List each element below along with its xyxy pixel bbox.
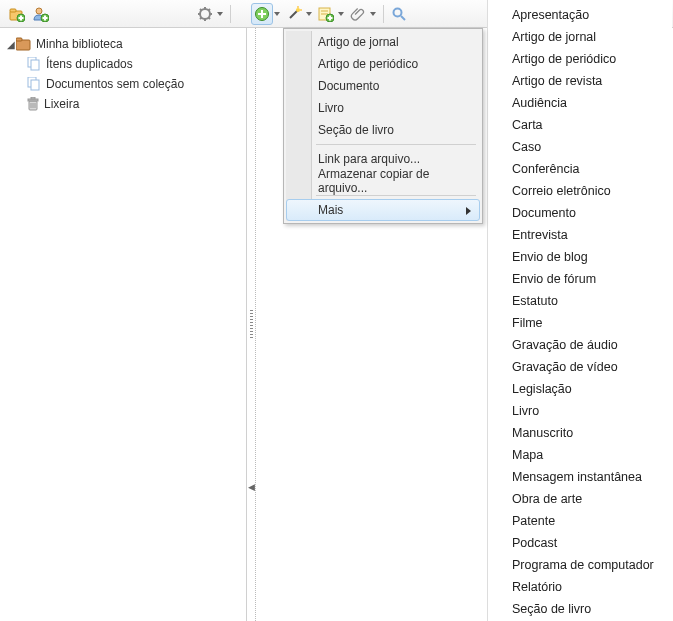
submenu-item[interactable]: Artigo de revista: [488, 70, 672, 92]
submenu-item[interactable]: Artigo de jornal: [488, 26, 672, 48]
submenu-item[interactable]: Mapa: [488, 444, 672, 466]
submenu-item[interactable]: Seção de livro: [488, 598, 672, 620]
menu-item-label: Artigo de periódico: [318, 57, 418, 71]
svg-point-5: [36, 8, 42, 14]
new-note-button[interactable]: [315, 3, 337, 25]
svg-rect-4: [19, 17, 24, 19]
submenu-item[interactable]: Podcast: [488, 532, 672, 554]
menu-item[interactable]: Artigo de jornal: [286, 31, 480, 53]
sidebar-item-trash[interactable]: Lixeira: [0, 94, 246, 114]
menu-item[interactable]: Documento: [286, 75, 480, 97]
submenu-item[interactable]: Conferência: [488, 158, 672, 180]
sidebar-item-label: Documentos sem coleção: [46, 77, 184, 91]
unfiled-icon: [26, 77, 42, 91]
menu-item-label: Armazenar copiar de arquivo...: [318, 167, 472, 195]
library-label: Minha biblioteca: [36, 37, 123, 51]
library-icon: [16, 37, 32, 51]
svg-point-31: [394, 8, 402, 16]
submenu-item[interactable]: Carta: [488, 114, 672, 136]
submenu-item[interactable]: Audiência: [488, 92, 672, 114]
submenu-item[interactable]: Apresentação: [488, 4, 672, 26]
menu-item-label: Seção de livro: [318, 123, 394, 137]
submenu-item[interactable]: Artigo de periódico: [488, 48, 672, 70]
sidebar-item-label: Lixeira: [44, 97, 79, 111]
menu-item-label: Link para arquivo...: [318, 152, 420, 166]
submenu-item[interactable]: Obra de arte: [488, 488, 672, 510]
menu-item[interactable]: Livro: [286, 97, 480, 119]
menu-item-label: Documento: [318, 79, 379, 93]
new-collection-button[interactable]: [6, 3, 28, 25]
chevron-right-icon: [466, 207, 471, 215]
submenu-item[interactable]: Livro: [488, 400, 672, 422]
submenu-item[interactable]: Programa de computador: [488, 554, 672, 576]
submenu-item[interactable]: Correio eletrônico: [488, 180, 672, 202]
new-item-menu: Artigo de jornal Artigo de periódico Doc…: [283, 28, 483, 224]
collections-sidebar: ◢ Minha biblioteca Ítens duplicados Docu…: [0, 28, 247, 621]
svg-rect-8: [43, 17, 48, 19]
submenu-item[interactable]: Manuscrito: [488, 422, 672, 444]
submenu-item[interactable]: Caso: [488, 136, 672, 158]
sidebar-item-duplicates[interactable]: Ítens duplicados: [0, 54, 246, 74]
more-submenu: ApresentaçãoArtigo de jornalArtigo de pe…: [487, 0, 672, 621]
library-row[interactable]: ◢ Minha biblioteca: [0, 34, 246, 54]
sidebar-item-label: Ítens duplicados: [46, 57, 133, 71]
svg-rect-41: [31, 97, 35, 99]
menu-item[interactable]: Armazenar copiar de arquivo...: [286, 170, 480, 192]
splitter[interactable]: ◀: [247, 28, 256, 621]
wand-button[interactable]: [283, 3, 305, 25]
sidebar-item-unfiled[interactable]: Documentos sem coleção: [0, 74, 246, 94]
actions-button[interactable]: [194, 3, 216, 25]
menu-item[interactable]: Artigo de periódico: [286, 53, 480, 75]
new-group-button[interactable]: [30, 3, 52, 25]
submenu-item[interactable]: Legislação: [488, 378, 672, 400]
svg-line-17: [209, 9, 211, 11]
new-item-button[interactable]: [251, 3, 273, 25]
svg-rect-34: [16, 38, 22, 41]
advanced-search-button[interactable]: [388, 3, 410, 25]
actions-dropdown-arrow[interactable]: [216, 12, 224, 16]
splitter-arrow-icon: ◀: [248, 482, 255, 492]
menu-separator: [286, 192, 480, 199]
submenu-item[interactable]: Entrevista: [488, 224, 672, 246]
svg-line-14: [200, 9, 202, 11]
svg-rect-1: [10, 9, 16, 12]
submenu-item[interactable]: Mensagem instantânea: [488, 466, 672, 488]
svg-line-16: [200, 17, 202, 19]
submenu-item[interactable]: Gravação de áudio: [488, 334, 672, 356]
svg-line-15: [209, 17, 211, 19]
menu-item-label: Artigo de jornal: [318, 35, 399, 49]
svg-rect-30: [328, 17, 333, 19]
menu-item[interactable]: Seção de livro: [286, 119, 480, 141]
twisty-icon[interactable]: ◢: [6, 39, 16, 50]
submenu-item[interactable]: Patente: [488, 510, 672, 532]
submenu-item[interactable]: Estatuto: [488, 290, 672, 312]
svg-rect-38: [31, 80, 39, 90]
svg-line-32: [401, 16, 405, 20]
duplicate-icon: [26, 57, 42, 71]
svg-rect-36: [31, 60, 39, 70]
svg-point-22: [296, 8, 300, 12]
menu-item-more[interactable]: Mais: [286, 199, 480, 221]
menu-item-label: Mais: [318, 203, 343, 217]
menu-item-label: Livro: [318, 101, 344, 115]
toolbar-separator: [230, 5, 231, 23]
attach-button[interactable]: [347, 3, 369, 25]
new-item-dropdown-arrow[interactable]: [273, 12, 281, 16]
submenu-item[interactable]: Filme: [488, 312, 672, 334]
submenu-item[interactable]: Envio de fórum: [488, 268, 672, 290]
submenu-item[interactable]: Envio de blog: [488, 246, 672, 268]
attach-dropdown-arrow[interactable]: [369, 12, 377, 16]
toolbar-separator: [383, 5, 384, 23]
note-dropdown-arrow[interactable]: [337, 12, 345, 16]
svg-rect-20: [258, 13, 266, 15]
trash-icon: [26, 97, 40, 111]
wand-dropdown-arrow[interactable]: [305, 12, 313, 16]
submenu-item[interactable]: Documento: [488, 202, 672, 224]
submenu-item[interactable]: Relatório: [488, 576, 672, 598]
menu-separator: [286, 141, 480, 148]
submenu-item[interactable]: Gravação de vídeo: [488, 356, 672, 378]
